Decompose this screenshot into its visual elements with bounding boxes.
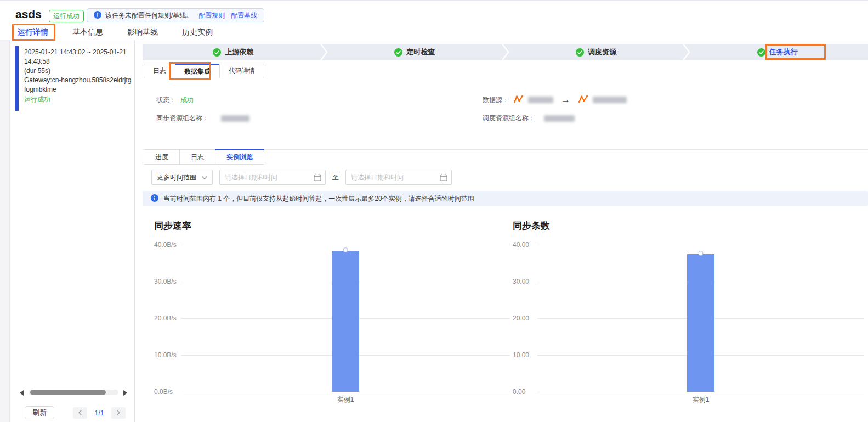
y-axis-tick-label: 0.00 <box>513 388 525 396</box>
status-label: 状态： <box>156 95 176 105</box>
start-datetime-input[interactable] <box>219 170 326 185</box>
sync-resource-group-value-redacted <box>221 115 249 122</box>
instance-duration: (dur 55s) <box>24 67 50 75</box>
next-page-button[interactable] <box>111 407 126 419</box>
info-icon <box>94 11 101 20</box>
prev-page-button[interactable] <box>73 407 87 419</box>
datasource-icon <box>578 94 588 105</box>
scroll-left-arrow-icon[interactable] <box>20 390 24 396</box>
instance-status: 运行成功 <box>24 95 132 104</box>
selected-instance-accent <box>15 46 19 111</box>
chart-plot <box>537 245 864 392</box>
calendar-icon[interactable] <box>440 173 447 183</box>
tab-code-detail[interactable]: 代码详情 <box>219 64 264 78</box>
horizontal-scrollbar <box>10 387 135 397</box>
sync-rate-chart: 同步速率 40.0B/s30.0B/s20.0B/s10.0B/s0.0B/s … <box>154 220 510 409</box>
datasource-arrow: → <box>561 94 570 105</box>
tab-inner-log[interactable]: 日志 <box>179 149 215 165</box>
chart-yticks: 40.0030.0020.0010.000.00 <box>513 245 539 392</box>
chart-xaxis: 实例1 <box>181 395 510 404</box>
status-row: 状态： 成功 <box>156 95 194 105</box>
check-circle-icon <box>213 48 221 57</box>
start-datetime-picker[interactable] <box>219 170 326 185</box>
y-axis-tick-label: 40.00 <box>513 241 529 249</box>
x-axis-category-label: 实例1 <box>337 395 354 404</box>
y-axis-tick-label: 40.0B/s <box>154 241 177 249</box>
scroll-right-arrow-icon[interactable] <box>123 390 127 396</box>
step-schedule-resource[interactable]: 调度资源 <box>506 44 687 60</box>
run-steps-bar: 上游依赖 定时检查 调度资源 任务执行 <box>143 44 868 60</box>
step-task-execution[interactable]: 任务执行 <box>687 44 868 60</box>
y-axis-tick-label: 10.0B/s <box>154 351 177 359</box>
gridline <box>181 392 510 392</box>
end-datetime-picker[interactable] <box>345 170 452 185</box>
check-circle-icon <box>757 48 765 57</box>
instance-list-item[interactable]: 2025-01-21 14:43:02 ~ 2025-01-21 14:43:5… <box>15 46 132 111</box>
gridline <box>181 245 510 245</box>
left-gutter <box>0 40 10 422</box>
schedule-resource-group-label: 调度资源组名称： <box>483 114 535 123</box>
check-circle-icon <box>576 48 584 57</box>
task-title: asds <box>15 8 42 21</box>
time-range-info-banner: 当前时间范围内有 1 个，但目前仅支持从起始时间算起，一次性展示最多20个实例，… <box>143 191 868 206</box>
datasource-row: 数据源： → <box>483 94 627 105</box>
chart-title: 同步速率 <box>154 220 510 232</box>
chevron-down-icon <box>202 173 207 181</box>
step-chevron-icon <box>501 44 510 60</box>
to-label: 至 <box>332 173 339 182</box>
status-value: 成功 <box>180 95 194 105</box>
notice-text: 该任务未配置任何规则/基线。 <box>105 11 192 20</box>
run-detail-page: asds 运行成功 该任务未配置任何规则/基线。 配置规则 配置基线 运行详情 … <box>0 0 868 422</box>
configure-rule-link[interactable]: 配置规则 <box>198 11 225 20</box>
banner-text: 当前时间范围内有 1 个，但目前仅支持从起始时间算起，一次性展示最多20个实例，… <box>163 194 474 204</box>
tab-instance-browse[interactable]: 实例浏览 <box>215 149 264 165</box>
scrollbar-thumb[interactable] <box>30 390 106 395</box>
instance-gateway: Gateway:cn-hangzhou.5858s2eldrjtgfogmbkl… <box>24 76 131 93</box>
tab-progress[interactable]: 进度 <box>144 149 180 165</box>
detail-tab-bar: 日志 数据集成 代码详情 <box>144 64 264 78</box>
data-point-marker <box>343 247 348 252</box>
target-datasource-name-redacted <box>593 97 627 103</box>
page-indicator: 1/1 <box>94 409 104 417</box>
configure-baseline-link[interactable]: 配置基线 <box>231 11 257 20</box>
check-circle-icon <box>394 48 402 57</box>
data-point-marker <box>699 251 704 256</box>
y-axis-tick-label: 30.00 <box>513 278 529 285</box>
source-datasource-name-redacted <box>528 97 553 103</box>
step-upstream-dependency[interactable]: 上游依赖 <box>143 44 324 60</box>
chart-yticks: 40.0B/s30.0B/s20.0B/s10.0B/s0.0B/s <box>154 245 180 392</box>
time-filter-row: 更多时间范围 至 <box>151 170 452 185</box>
refresh-button[interactable]: 刷新 <box>25 406 54 419</box>
instance-list-footer: 刷新 1/1 <box>10 402 135 422</box>
step-chevron-icon <box>320 44 328 60</box>
rule-baseline-notice: 该任务未配置任何规则/基线。 配置规则 配置基线 <box>87 8 264 22</box>
instance-list-panel: 2025-01-21 14:43:02 ~ 2025-01-21 14:43:5… <box>10 40 135 422</box>
y-axis-tick-label: 30.0B/s <box>154 278 177 285</box>
instance-time-range: 2025-01-21 14:43:02 ~ 2025-01-21 14:43:5… <box>24 48 127 65</box>
y-axis-tick-label: 20.00 <box>513 314 529 322</box>
time-range-dropdown[interactable]: 更多时间范围 <box>151 170 213 185</box>
scrollbar-track[interactable] <box>29 390 118 395</box>
schedule-resource-group-row: 调度资源组名称： <box>483 114 575 123</box>
chart-plot <box>181 245 510 392</box>
calendar-icon[interactable] <box>314 173 321 183</box>
x-axis-category-label: 实例1 <box>693 395 710 404</box>
tab-data-integration[interactable]: 数据集成 <box>175 64 220 78</box>
chart-xaxis: 实例1 <box>537 395 864 404</box>
datasource-label: 数据源： <box>483 95 509 105</box>
step-chevron-icon <box>682 44 691 60</box>
step-schedule-check[interactable]: 定时检查 <box>324 44 506 60</box>
tab-log[interactable]: 日志 <box>144 64 175 78</box>
schedule-resource-group-value-redacted <box>544 115 575 122</box>
y-axis-tick-label: 0.0B/s <box>154 388 173 396</box>
info-icon <box>151 194 158 204</box>
chart-bar <box>332 251 359 392</box>
sync-resource-group-row: 同步资源组名称： <box>156 114 249 123</box>
end-datetime-input[interactable] <box>345 170 452 185</box>
sync-resource-group-label: 同步资源组名称： <box>156 114 209 123</box>
chart-title: 同步条数 <box>513 220 864 232</box>
gridline <box>537 245 864 245</box>
instance-tab-bar: 进度 日志 实例浏览 <box>144 149 264 165</box>
sync-count-chart: 同步条数 40.0030.0020.0010.000.00 实例1 <box>513 220 864 409</box>
y-axis-tick-label: 20.0B/s <box>154 314 177 322</box>
